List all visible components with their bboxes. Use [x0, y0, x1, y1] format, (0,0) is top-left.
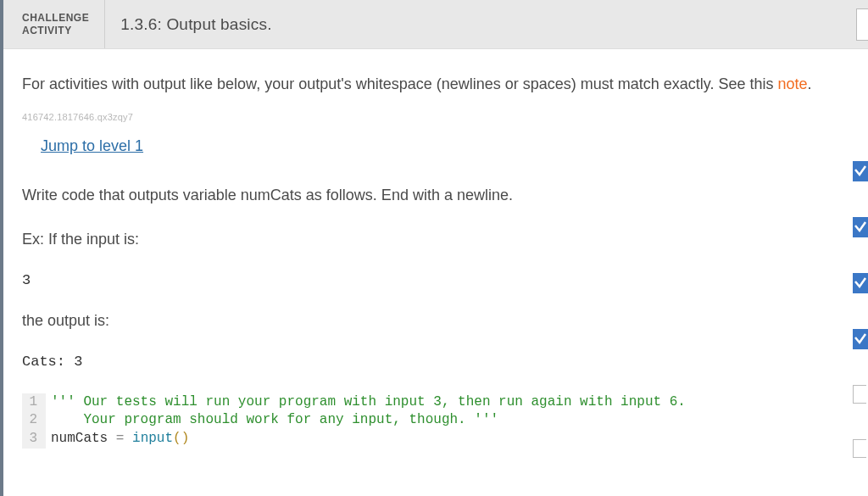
code-text[interactable]: ''' Our tests will run your program with…: [46, 393, 686, 412]
note-link[interactable]: note: [778, 75, 808, 92]
header-flag-icon[interactable]: [856, 8, 868, 41]
example-input-label: Ex: If the input is:: [22, 231, 849, 248]
marker-icon[interactable]: [853, 217, 868, 237]
example-output-value: Cats: 3: [22, 354, 849, 370]
badge-line1: CHALLENGE: [22, 12, 89, 24]
trace-id: 416742.1817646.qx3zqy7: [22, 112, 849, 122]
marker-icon[interactable]: [853, 329, 868, 349]
side-markers: [853, 161, 868, 458]
intro-before: For activities with output like below, y…: [22, 75, 778, 92]
line-number: 2: [22, 411, 46, 430]
code-line[interactable]: 1''' Our tests will run your program wit…: [22, 393, 849, 412]
intro-after: .: [808, 75, 812, 92]
code-text[interactable]: Your program should work for any input, …: [46, 411, 498, 430]
example-input-value: 3: [22, 272, 849, 288]
prompt-text: Write code that outputs variable numCats…: [22, 184, 849, 207]
line-number: 1: [22, 393, 46, 412]
code-line[interactable]: 2 Your program should work for any input…: [22, 411, 849, 430]
code-line[interactable]: 3numCats = input(): [22, 430, 849, 449]
marker-box-icon[interactable]: [853, 385, 866, 404]
example-output-label: the output is:: [22, 312, 849, 330]
line-number: 3: [22, 430, 46, 449]
badge-line2: ACTIVITY: [22, 25, 89, 36]
marker-box-icon[interactable]: [853, 439, 866, 458]
activity-header: CHALLENGE ACTIVITY 1.3.6: Output basics.: [3, 0, 868, 49]
activity-title: 1.3.6: Output basics.: [105, 15, 271, 34]
marker-icon[interactable]: [853, 273, 868, 293]
code-text[interactable]: numCats = input(): [46, 430, 189, 449]
jump-to-level-link[interactable]: Jump to level 1: [22, 137, 143, 155]
marker-icon[interactable]: [853, 161, 868, 181]
intro-text: For activities with output like below, y…: [22, 73, 849, 97]
code-editor[interactable]: 1''' Our tests will run your program wit…: [22, 393, 849, 449]
activity-badge: CHALLENGE ACTIVITY: [3, 0, 105, 48]
